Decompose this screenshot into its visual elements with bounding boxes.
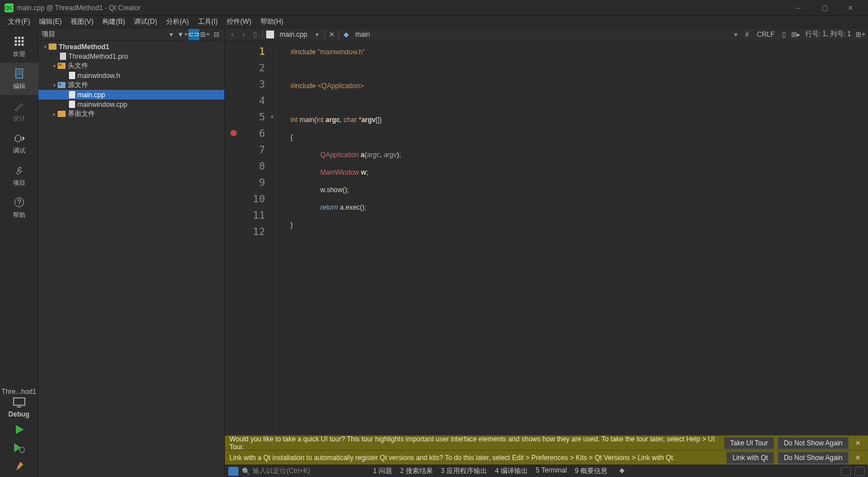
- bookmark-icon[interactable]: ▯: [250, 29, 260, 40]
- output-tab-compile[interactable]: 4 编译输出: [495, 466, 528, 476]
- split-icon[interactable]: ⊞+: [199, 29, 211, 40]
- svg-rect-0: [15, 37, 17, 39]
- line-number[interactable]: 10: [225, 190, 275, 207]
- hash-label[interactable]: #: [742, 31, 753, 38]
- close-file-button[interactable]: ✕: [327, 31, 336, 38]
- line-number[interactable]: 12: [225, 223, 275, 240]
- menu-view[interactable]: 视图(V): [66, 16, 98, 28]
- tree-headers[interactable]: ▾头文件: [38, 61, 224, 71]
- output-tab-app-output[interactable]: 3 应用程序输出: [441, 466, 487, 476]
- rail-label: 编辑: [13, 82, 25, 90]
- run-button[interactable]: [0, 420, 38, 439]
- tree-forms[interactable]: ▸界面文件: [38, 109, 224, 119]
- svg-point-23: [20, 447, 24, 453]
- debug-run-button[interactable]: [0, 439, 38, 457]
- symbol-dropdown-icon[interactable]: ▾: [731, 29, 741, 40]
- output-dropdown-icon[interactable]: ◆: [615, 466, 624, 476]
- output-tab-terminal[interactable]: 5 Terminal: [536, 466, 567, 476]
- output-tab-issues[interactable]: 1 问题: [373, 466, 392, 476]
- nav-back-button[interactable]: ‹: [227, 29, 237, 40]
- file-crumb[interactable]: main.cpp: [276, 31, 311, 38]
- progress-button[interactable]: [841, 467, 851, 476]
- tree-project[interactable]: ▾ThreadMethod1: [38, 42, 224, 51]
- breakpoint-icon[interactable]: [231, 130, 237, 136]
- line-number[interactable]: 6: [225, 125, 275, 141]
- close-button[interactable]: ✕: [837, 0, 863, 16]
- sources-folder-icon: [58, 82, 66, 88]
- line-number[interactable]: 5▾: [225, 109, 275, 125]
- symbol-crumb[interactable]: main: [352, 31, 374, 38]
- menu-edit[interactable]: 编辑(E): [34, 16, 66, 28]
- output-tab-general[interactable]: 9 概要信息: [575, 466, 607, 476]
- tree-sources[interactable]: ▾源文件: [38, 80, 224, 90]
- rail-debug[interactable]: 调试: [0, 127, 38, 159]
- line-number[interactable]: 8: [225, 158, 275, 174]
- fold-icon[interactable]: ▾: [271, 114, 274, 120]
- filter-icon[interactable]: ▼+: [177, 29, 188, 40]
- svg-rect-3: [15, 40, 17, 42]
- lock-icon[interactable]: ▯: [779, 29, 789, 40]
- toggle-right-sidebar-button[interactable]: [854, 467, 865, 476]
- line-number[interactable]: 7: [225, 141, 275, 158]
- line-number[interactable]: 9: [225, 174, 275, 190]
- nav-forward-button[interactable]: ›: [238, 29, 249, 40]
- dropdown-icon[interactable]: ▾: [166, 29, 177, 40]
- tree-header-file[interactable]: mainwindow.h: [38, 71, 224, 80]
- svg-rect-4: [18, 40, 20, 42]
- rail-help[interactable]: ? 帮助: [0, 192, 38, 224]
- link-qt-button[interactable]: Link with Qt: [726, 452, 774, 464]
- toggle-sidebar-button[interactable]: [228, 467, 238, 476]
- menu-help[interactable]: 帮助(H): [256, 16, 288, 28]
- minimize-button[interactable]: ─: [785, 0, 811, 16]
- maximize-button[interactable]: ▢: [811, 0, 837, 16]
- ui-tour-infobar: Would you like to take a quick UI tour? …: [225, 435, 868, 450]
- encoding-label[interactable]: CRLF: [753, 31, 778, 38]
- tree-source-mainwindow[interactable]: mainwindow.cpp: [38, 99, 224, 109]
- close-infobar-button[interactable]: ✕: [852, 454, 863, 462]
- file-dropdown-icon[interactable]: ▾: [312, 29, 322, 40]
- rail-edit[interactable]: 编辑: [0, 63, 38, 95]
- close-pane-icon[interactable]: ⊟: [211, 29, 222, 40]
- rail-design[interactable]: 设计: [0, 95, 38, 127]
- link-qt-infobar: Link with a Qt installation to automatic…: [225, 450, 868, 465]
- take-tour-button[interactable]: Take UI Tour: [724, 437, 774, 449]
- pencil-icon: [13, 99, 25, 112]
- sync-editor-icon[interactable]: ⊂⊃: [188, 29, 199, 40]
- line-col-label[interactable]: 行号: 1, 列号: 1: [802, 29, 854, 39]
- line-number[interactable]: 11: [225, 207, 275, 223]
- menu-widgets[interactable]: 控件(W): [222, 16, 255, 28]
- split-editor-icon[interactable]: ⊞▸: [791, 29, 801, 40]
- rail-projects[interactable]: 项目: [0, 159, 38, 192]
- code-editor[interactable]: #include "mainwindow.h" #include <QAppli…: [276, 41, 868, 435]
- rail-welcome[interactable]: 欢迎: [0, 31, 38, 63]
- do-not-show-button[interactable]: Do Not Show Again: [778, 437, 849, 449]
- close-infobar-button[interactable]: ✕: [852, 439, 863, 447]
- line-number[interactable]: 3: [225, 76, 275, 92]
- kit-config: Debug: [0, 410, 38, 418]
- status-bar: 🔍 输入以定位(Ctrl+K) 1 问题 2 搜索结果 3 应用程序输出 4 编…: [225, 465, 868, 477]
- infobar-message: Would you like to take a quick UI tour? …: [229, 435, 721, 451]
- kit-selector[interactable]: Thre...hod1 Debug: [0, 385, 38, 420]
- sidebar-title[interactable]: 项目: [41, 29, 166, 39]
- titlebar: QC main.cpp @ ThreadMethod1 - Qt Creator…: [0, 0, 868, 16]
- split-vertical-icon[interactable]: ⊞+: [856, 29, 866, 40]
- menu-file[interactable]: 文件(F): [3, 16, 34, 28]
- menu-build[interactable]: 构建(B): [98, 16, 129, 28]
- output-tab-search[interactable]: 2 搜索结果: [400, 466, 433, 476]
- menu-tools[interactable]: 工具(I): [193, 16, 222, 28]
- build-button[interactable]: [0, 457, 38, 475]
- rail-label: 欢迎: [13, 50, 25, 58]
- project-tree[interactable]: ▾ThreadMethod1 ThreadMethod1.pro ▾头文件 ma…: [38, 41, 224, 477]
- do-not-show-button[interactable]: Do Not Show Again: [778, 452, 849, 464]
- tree-source-main[interactable]: main.cpp: [38, 90, 224, 99]
- locator-input[interactable]: 🔍 输入以定位(Ctrl+K): [242, 466, 366, 476]
- forms-folder-icon: [58, 111, 66, 117]
- line-number[interactable]: 1: [225, 43, 275, 59]
- line-number[interactable]: 2: [225, 59, 275, 76]
- menu-analyze[interactable]: 分析(A): [162, 16, 193, 28]
- svg-rect-1: [18, 37, 20, 39]
- tree-pro-file[interactable]: ThreadMethod1.pro: [38, 51, 224, 61]
- menu-debug[interactable]: 调试(D): [129, 16, 162, 28]
- line-number[interactable]: 4: [225, 92, 275, 109]
- gutter[interactable]: 1 2 3 4 5▾ 6 7 8 9 10 11 12: [225, 41, 276, 435]
